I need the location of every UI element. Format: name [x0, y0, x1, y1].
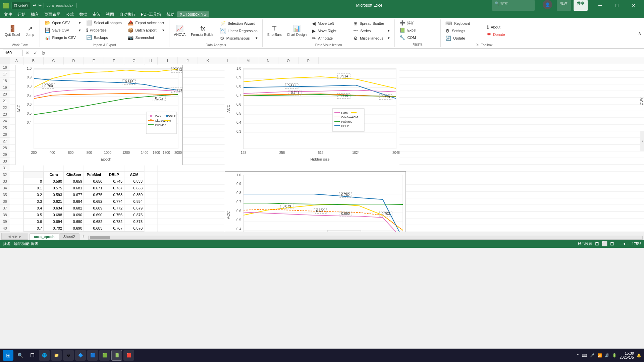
menu-autorun[interactable]: 自动执行: [117, 11, 138, 18]
cell-row0-dblp[interactable]: 0.745: [104, 178, 124, 185]
zoom-slider-area[interactable]: —●—: [620, 242, 629, 246]
cell-row02-label[interactable]: 0.2: [23, 191, 44, 198]
select-shapes-btn[interactable]: ⬜ Select all shapes: [84, 19, 124, 26]
taskbar-app3[interactable]: 🟦: [87, 350, 98, 361]
cell-row06-label[interactable]: 0.6: [23, 218, 44, 225]
settings-btn[interactable]: ⚙ Settings: [443, 27, 484, 34]
menu-insert[interactable]: 插入: [28, 11, 42, 18]
backups-btn[interactable]: 🔄 Backups: [84, 34, 124, 41]
cell-row06-dblp[interactable]: 0.782: [104, 218, 124, 225]
ribbon-collapse-btn[interactable]: ∧: [638, 19, 644, 47]
cell-row01-citeseer[interactable]: 0.681: [64, 185, 84, 191]
excel-btn[interactable]: 📗 Excel: [397, 27, 438, 34]
col-header-K[interactable]: K: [198, 57, 218, 64]
cell-row07-pubmed[interactable]: 0.683: [84, 225, 104, 232]
taskbar-app2[interactable]: 🔷: [75, 350, 86, 361]
menu-home[interactable]: 开始: [15, 11, 28, 18]
cell-row06-cora[interactable]: 0.694: [44, 218, 64, 225]
col-header-O[interactable]: O: [278, 57, 299, 64]
taskbar-app5[interactable]: 🟥: [123, 350, 134, 361]
cell-row01-acm[interactable]: 0.833: [124, 185, 144, 191]
formula-fn-btn[interactable]: fx: [40, 50, 47, 56]
linear-regression-btn[interactable]: 📉 Linear Regression: [218, 27, 260, 34]
cell-row02-dblp[interactable]: 0.763: [104, 191, 124, 198]
row-23[interactable]: 23: [0, 111, 10, 118]
row-19[interactable]: 19: [0, 84, 10, 91]
cell-row0-pubmed[interactable]: 0.650: [84, 178, 104, 185]
menu-data[interactable]: 数据: [76, 11, 90, 18]
cell-row05-pubmed[interactable]: 0.690: [84, 212, 104, 218]
cell-row0-acm[interactable]: 0.833: [124, 178, 144, 185]
cell-row06-pubmed[interactable]: 0.682: [84, 218, 104, 225]
cell-row02-citeseer[interactable]: 0.677: [64, 191, 84, 198]
right-collapse-btn[interactable]: ⟩: [640, 131, 644, 151]
search-box[interactable]: 🔍 搜索: [492, 0, 535, 11]
row-39[interactable]: 39: [0, 218, 10, 225]
taskbar-mic[interactable]: 🎤: [590, 353, 595, 358]
row-18[interactable]: 18: [0, 77, 10, 84]
add-btn[interactable]: ➕ 添加: [397, 19, 438, 26]
selection-wizard-btn[interactable]: 🪄 Selection Wizard: [218, 20, 260, 27]
cell-row04-pubmed[interactable]: 0.689: [84, 205, 104, 212]
taskbar-files[interactable]: 📁: [51, 350, 62, 361]
cell-row04-citeseer[interactable]: 0.682: [64, 205, 84, 212]
maximize-btn[interactable]: □: [609, 0, 625, 11]
menu-xl-toolbox[interactable]: XL Toolbox NG: [177, 11, 209, 17]
cell-row0-cora[interactable]: 0.580: [44, 178, 64, 185]
miscellaneous-analysis-btn[interactable]: ⚙ Miscellaneous ▾: [218, 35, 260, 42]
row-24[interactable]: 24: [0, 118, 10, 124]
cells-area[interactable]: ACC 1.0 0.9 0.8 0.7 0.6 0.5 0.4: [10, 64, 644, 232]
open-csv-btn[interactable]: 📂 Open CSV ▾: [43, 19, 83, 26]
annotate-btn[interactable]: ✏ Annotate: [310, 35, 350, 42]
scrollbar-thumb[interactable]: [90, 236, 110, 239]
row-40[interactable]: 40: [0, 225, 10, 232]
row-33[interactable]: 33: [0, 178, 10, 185]
page-layout-btn[interactable]: ⬜: [602, 241, 607, 246]
col-header-C[interactable]: C: [44, 57, 64, 64]
row-36[interactable]: 36: [0, 198, 10, 205]
col-header-A[interactable]: A: [10, 57, 23, 64]
misc-viz-btn[interactable]: ⚙ Miscellaneous ▾: [352, 35, 392, 42]
formula-builder-btn[interactable]: fx Formula Builder: [189, 24, 217, 38]
com-btn[interactable]: 🔧 COM: [397, 34, 438, 41]
series-btn[interactable]: 〰 Series ▾: [352, 27, 392, 34]
horizontal-scrollbar[interactable]: [88, 236, 643, 240]
cell-row01-dblp[interactable]: 0.737: [104, 185, 124, 191]
cell-row04-dblp[interactable]: 0.772: [104, 205, 124, 212]
task-view-btn[interactable]: ❐: [27, 350, 38, 361]
start-btn[interactable]: ⊞: [3, 350, 13, 361]
col-header-D[interactable]: D: [64, 57, 84, 64]
col-header-G[interactable]: G: [124, 57, 144, 64]
row-35[interactable]: 35: [0, 191, 10, 198]
col-header-L[interactable]: L: [218, 57, 238, 64]
row-29[interactable]: 29: [0, 151, 10, 158]
cell-row03-citeseer[interactable]: 0.684: [64, 198, 84, 205]
row-27[interactable]: 27: [0, 138, 10, 144]
taskbar-volume[interactable]: 🔊: [605, 353, 609, 358]
menu-file[interactable]: 文件: [1, 11, 15, 18]
cell-row04-acm[interactable]: 0.879: [124, 205, 144, 212]
taskbar-excel-active[interactable]: 📗: [111, 350, 122, 361]
taskbar-wifi[interactable]: 📶: [597, 353, 602, 358]
share-btn[interactable]: 共享: [574, 0, 588, 11]
batch-export-btn[interactable]: 📦 Batch Export ▾: [126, 27, 166, 34]
cell-reference-input[interactable]: [3, 50, 23, 56]
cell-row03-cora[interactable]: 0.621: [44, 198, 64, 205]
donate-btn[interactable]: ❤ Donate: [485, 31, 525, 38]
cell-row05-acm[interactable]: 0.875: [124, 212, 144, 218]
taskbar-notification[interactable]: ⌃: [576, 353, 579, 358]
undo-btn[interactable]: ↩: [33, 3, 36, 8]
col-header-N[interactable]: N: [258, 57, 278, 64]
row-32[interactable]: 32: [0, 171, 10, 178]
menu-view[interactable]: 视图: [103, 11, 117, 18]
row-28[interactable]: 28: [0, 144, 10, 151]
cell-row01-pubmed[interactable]: 0.671: [84, 185, 104, 191]
close-btn[interactable]: ✕: [626, 0, 641, 11]
cell-row02-cora[interactable]: 0.593: [44, 191, 64, 198]
row-30[interactable]: 30: [0, 158, 10, 165]
cell-row0-citeseer[interactable]: 0.659: [64, 178, 84, 185]
menu-help[interactable]: 帮助: [164, 11, 177, 18]
cell-row04-cora[interactable]: 0.634: [44, 205, 64, 212]
anova-btn[interactable]: 📈 ANOVA: [172, 23, 187, 38]
row-25[interactable]: 25: [0, 124, 10, 131]
